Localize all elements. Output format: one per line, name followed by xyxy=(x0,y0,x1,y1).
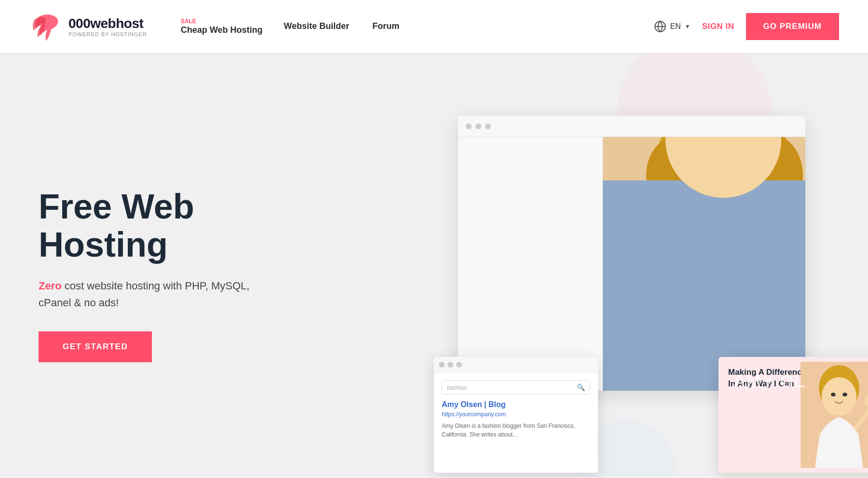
svg-point-2 xyxy=(656,137,791,238)
svg-point-9 xyxy=(703,199,710,205)
browser-tertiary: Making A Difference In Any Way I Can xyxy=(719,357,868,473)
hero-section: Free Web Hosting Zero cost website hosti… xyxy=(0,53,868,478)
browser-dot-s3 xyxy=(456,362,462,368)
svg-point-12 xyxy=(728,233,757,253)
person-portrait-small xyxy=(800,362,868,468)
svg-point-10 xyxy=(736,199,744,205)
browser-content-main xyxy=(458,137,805,391)
svg-point-7 xyxy=(700,197,713,207)
hero-subtitle-rest: cost website hosting with PHP, MySQL, cP… xyxy=(39,280,249,309)
browser-tertiary-content: Making A Difference In Any Way I Can xyxy=(719,357,868,405)
hero-title: Free Web Hosting xyxy=(39,188,280,264)
logo-icon xyxy=(29,10,63,43)
logo-name: 000webhost xyxy=(68,16,147,31)
nav-cheap-hosting[interactable]: SALE Cheap Web Hosting xyxy=(171,18,272,35)
logo-powered: POWERED BY HOSTINGER xyxy=(68,31,147,37)
svg-point-3 xyxy=(646,137,704,214)
browser-dot-s1 xyxy=(439,362,445,368)
svg-point-4 xyxy=(740,137,803,217)
svg-point-11 xyxy=(719,214,728,219)
browser-dot-s2 xyxy=(448,362,453,368)
browser-toolbar-main xyxy=(458,116,805,137)
header-right: EN ▼ SIGN IN GO PREMIUM xyxy=(654,13,839,40)
browser-main xyxy=(458,116,805,391)
person-portrait-main xyxy=(603,137,805,391)
logo-link[interactable]: 000webhost POWERED BY HOSTINGER xyxy=(29,10,147,43)
hero-visuals: fashion 🔍 Amy Olsen | Blog https://yourc… xyxy=(434,77,868,478)
globe-icon xyxy=(654,20,666,33)
blog-title: Amy Olsen | Blog xyxy=(442,400,590,409)
site-header: 000webhost POWERED BY HOSTINGER SALE Che… xyxy=(0,0,868,53)
search-icon: 🔍 xyxy=(577,383,585,391)
blog-url: https://yourcompany.com xyxy=(442,411,590,418)
svg-rect-13 xyxy=(751,233,756,250)
main-nav: SALE Cheap Web Hosting Website Builder F… xyxy=(171,18,654,35)
sale-badge: SALE xyxy=(181,18,263,25)
hero-content: Free Web Hosting Zero cost website hosti… xyxy=(39,188,280,363)
sign-in-button[interactable]: SIGN IN xyxy=(702,22,734,31)
svg-point-18 xyxy=(831,393,836,396)
svg-rect-1 xyxy=(603,137,805,391)
svg-point-6 xyxy=(675,154,772,265)
go-premium-button[interactable]: GO PREMIUM xyxy=(746,13,839,40)
hero-subtitle: Zero cost website hosting with PHP, MySQ… xyxy=(39,277,280,311)
amy-watermark: AMY OL xyxy=(733,371,806,392)
zero-highlight: Zero xyxy=(39,280,62,292)
logo-text: 000webhost POWERED BY HOSTINGER xyxy=(68,16,147,37)
get-started-button[interactable]: GET STARTED xyxy=(39,331,152,362)
svg-point-8 xyxy=(733,197,747,207)
svg-rect-5 xyxy=(709,233,738,272)
nav-website-builder[interactable]: Website Builder xyxy=(272,21,361,31)
browser-secondary: fashion 🔍 Amy Olsen | Blog https://yourc… xyxy=(434,357,598,473)
blog-search-text: fashion xyxy=(447,384,573,391)
blog-search-bar: fashion 🔍 xyxy=(442,380,590,395)
cheap-hosting-label: Cheap Web Hosting xyxy=(181,25,263,35)
svg-point-19 xyxy=(842,393,847,396)
browser-dot-2 xyxy=(475,123,481,129)
browser-dot-1 xyxy=(466,123,472,129)
language-selector[interactable]: EN ▼ xyxy=(654,20,691,33)
svg-rect-14 xyxy=(745,231,750,249)
browser-toolbar-secondary xyxy=(434,357,598,372)
language-code: EN xyxy=(670,22,681,31)
nav-forum[interactable]: Forum xyxy=(361,21,411,31)
chevron-down-icon: ▼ xyxy=(685,23,691,30)
browser-secondary-content: fashion 🔍 Amy Olsen | Blog https://yourc… xyxy=(434,372,598,447)
browser-dot-3 xyxy=(485,123,491,129)
blog-description: Amy Olsen is a fashion blogger from San … xyxy=(442,422,590,439)
svg-point-17 xyxy=(822,377,856,416)
